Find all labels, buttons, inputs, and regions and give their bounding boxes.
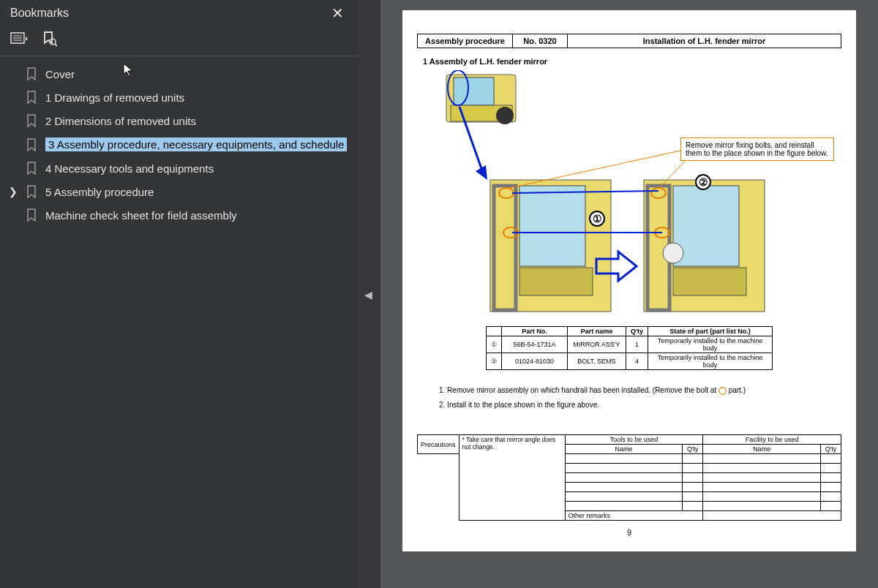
bookmark-icon [25, 185, 38, 198]
close-icon[interactable]: ✕ [327, 4, 348, 22]
callout-number-1: ① [589, 211, 605, 227]
bookmark-icon [25, 91, 38, 104]
svg-point-9 [496, 107, 514, 124]
svg-rect-12 [519, 186, 585, 266]
section-heading: 1 Assembly of L.H. fender mirror [423, 57, 841, 66]
callout-number-2: ② [695, 174, 711, 190]
options-icon[interactable] [10, 31, 28, 48]
svg-rect-7 [454, 78, 494, 105]
table-row: ② 01024-81030 BOLT, SEMS 4 Temporarily i… [486, 353, 772, 370]
hdr-col2: No. 0320 [513, 34, 568, 48]
bookmark-item[interactable]: 2 Dimensions of removed units [0, 109, 359, 132]
steps-text: 1. Remove mirror assembly on which handr… [439, 383, 841, 412]
bookmark-item[interactable]: Machine check sheet for field assembly [0, 203, 359, 227]
diagram-svg [417, 70, 841, 319]
bookmark-label: Machine check sheet for field assembly [45, 209, 237, 222]
hdr-col1: Assembly procedure [418, 34, 513, 48]
hdr-col3: Installation of L.H. fender mirror [568, 34, 841, 48]
bookmark-label: 2 Dimensions of removed units [45, 115, 196, 127]
panel-gutter: ◀ [359, 0, 380, 588]
chevron-right-icon[interactable]: ❯ [9, 186, 18, 197]
bookmark-item[interactable]: Cover [0, 62, 359, 86]
bookmarks-toolbar [0, 25, 359, 56]
callout-note: Remove mirror fixing bolts, and reinstal… [680, 137, 834, 161]
bookmarks-panel: Bookmarks ✕ Cover [0, 0, 359, 588]
bookmark-label: 4 Necessary tools and equipments [45, 162, 214, 175]
document-page: Assembly procedure No. 0320 Installation… [402, 10, 856, 551]
collapse-arrow-icon[interactable]: ◀ [364, 289, 372, 301]
document-viewport[interactable]: Assembly procedure No. 0320 Installation… [380, 0, 878, 588]
bookmark-icon [25, 208, 38, 222]
parts-table: Part No. Part name Q'ty State of part (p… [486, 326, 773, 370]
svg-rect-23 [673, 268, 746, 295]
header-table: Assembly procedure No. 0320 Installation… [417, 34, 841, 48]
bookmark-icon [25, 67, 38, 80]
svg-point-22 [663, 243, 683, 263]
find-bookmark-icon[interactable] [41, 31, 59, 48]
bookmark-item[interactable]: 1 Drawings of removed units [0, 86, 359, 109]
illustration-area: Remove mirror fixing bolts, and reinstal… [417, 70, 841, 319]
bookmark-icon [25, 162, 38, 175]
svg-rect-16 [519, 268, 593, 295]
bookmark-label: 5 Assembly procedure [45, 186, 154, 198]
page-number: 9 [417, 528, 841, 537]
bookmark-label: 1 Drawings of removed units [45, 91, 184, 104]
bookmark-icon [25, 114, 38, 127]
bookmark-item-expandable[interactable]: ❯ 5 Assembly procedure [0, 180, 359, 203]
bookmark-label: 3 Assembly procedure, necessary equipmen… [45, 137, 347, 151]
svg-line-5 [55, 44, 57, 46]
bookmarks-list: Cover 1 Drawings of removed units 2 Dime… [0, 56, 359, 233]
bookmark-label: Cover [45, 68, 75, 80]
bookmark-item[interactable]: 4 Necessary tools and equipments [0, 157, 359, 180]
tools-facility-table: Precautions * Take care that mirror angl… [417, 434, 841, 521]
orange-circle-icon: ◯ [718, 386, 727, 394]
table-row: ① 56B-54-1731A MIRROR ASS'Y 1 Temporaril… [486, 336, 772, 353]
panel-title: Bookmarks [10, 7, 69, 20]
bookmark-item-selected[interactable]: 3 Assembly procedure, necessary equipmen… [0, 132, 359, 157]
bookmark-icon [25, 138, 38, 151]
